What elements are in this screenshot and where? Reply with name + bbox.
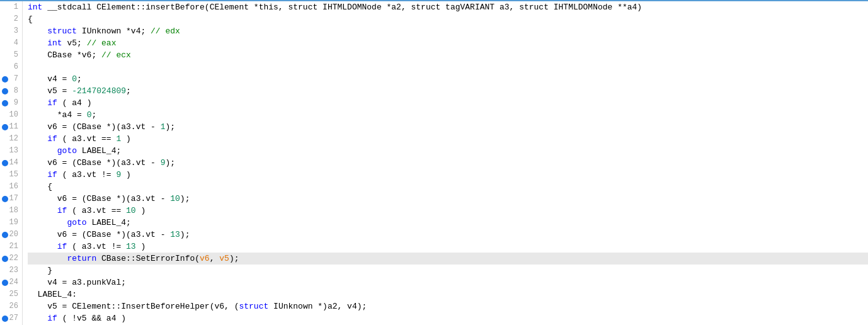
line-number: 4 bbox=[8, 37, 22, 49]
breakpoint-dot[interactable] bbox=[2, 196, 8, 202]
code-line: if ( a3.vt == 1 ) bbox=[28, 133, 868, 145]
token-plain: v4 = bbox=[28, 73, 72, 85]
line-number: 10 bbox=[8, 109, 22, 121]
line-number: 5 bbox=[8, 49, 22, 61]
breakpoint-dot[interactable] bbox=[2, 124, 8, 130]
gutter-row: 1 bbox=[0, 1, 22, 13]
gutter-row: 16 bbox=[0, 181, 22, 193]
token-plain bbox=[28, 253, 67, 265]
code-line: v4 = a3.punkVal; bbox=[28, 277, 868, 288]
gutter-row: 26 bbox=[0, 300, 22, 312]
gutter-row: 3 bbox=[0, 25, 22, 37]
code-line: goto LABEL_4; bbox=[28, 217, 868, 229]
token-kw: return bbox=[67, 253, 96, 265]
token-plain: ); bbox=[165, 121, 175, 133]
breakpoint-dot[interactable] bbox=[2, 76, 8, 83]
token-plain: ; bbox=[77, 73, 82, 85]
line-number: 21 bbox=[8, 241, 22, 253]
token-num: -2147024809 bbox=[72, 85, 126, 97]
token-plain: ); bbox=[180, 193, 190, 205]
code-line: v5 = CElement::InsertBeforeHelper(v6, (s… bbox=[28, 300, 868, 312]
token-kw: int bbox=[47, 37, 62, 49]
token-plain: ) bbox=[136, 205, 146, 217]
line-number: 6 bbox=[8, 61, 22, 73]
gutter-row: 8 bbox=[0, 85, 22, 97]
line-number: 27 bbox=[8, 312, 22, 324]
line-number: 14 bbox=[8, 157, 22, 169]
code-line: if ( a3.vt != 9 ) bbox=[28, 169, 868, 181]
line-number: 26 bbox=[8, 300, 22, 312]
code-line: int v5; // eax bbox=[28, 37, 868, 49]
code-line: struct IUnknown *v4; // edx bbox=[28, 25, 868, 37]
token-plain bbox=[28, 25, 47, 37]
code-area: 1234567891011121314151617181920212223242… bbox=[0, 1, 868, 325]
code-line bbox=[28, 61, 868, 73]
token-comment: // edx bbox=[151, 25, 180, 37]
code-line: v4 = 0; bbox=[28, 73, 868, 85]
token-kw: goto bbox=[67, 217, 86, 229]
token-plain: { bbox=[28, 13, 33, 25]
token-plain: CBase *v6; bbox=[28, 49, 101, 61]
gutter-row: 12 bbox=[0, 133, 22, 145]
code-line: { bbox=[28, 13, 868, 25]
token-kw: if bbox=[47, 312, 57, 324]
breakpoint-dot[interactable] bbox=[2, 88, 8, 94]
line-number: 1 bbox=[8, 1, 22, 13]
token-comment: // eax bbox=[87, 37, 117, 49]
token-plain bbox=[28, 37, 47, 49]
gutter-row: 18 bbox=[0, 205, 22, 217]
gutter-row: 13 bbox=[0, 145, 22, 157]
gutter-row: 15 bbox=[0, 169, 22, 181]
breakpoint-dot[interactable] bbox=[2, 316, 8, 322]
line-number: 23 bbox=[8, 265, 22, 277]
token-plain: v6 = (CBase *)(a3.vt - bbox=[28, 157, 161, 169]
token-plain: __stdcall CElement::insertBefore(CElemen… bbox=[42, 1, 642, 13]
line-number: 20 bbox=[8, 229, 22, 241]
token-plain bbox=[28, 205, 57, 217]
breakpoint-dot[interactable] bbox=[2, 256, 8, 262]
token-plain: ; bbox=[126, 85, 131, 97]
token-kw: struct bbox=[239, 300, 268, 312]
token-kw: if bbox=[57, 241, 67, 253]
line-number: 8 bbox=[8, 85, 22, 97]
token-plain bbox=[28, 133, 47, 145]
code-content[interactable]: int __stdcall CElement::insertBefore(CEl… bbox=[23, 1, 868, 325]
token-num: 0 bbox=[87, 109, 92, 121]
breakpoint-dot[interactable] bbox=[2, 232, 8, 238]
token-plain: } bbox=[28, 265, 52, 277]
token-plain bbox=[28, 97, 47, 109]
token-plain bbox=[28, 169, 47, 181]
token-plain: ) bbox=[121, 133, 131, 145]
token-plain: *a4 = bbox=[28, 109, 87, 121]
line-number: 15 bbox=[8, 169, 22, 181]
token-plain: ( a3.vt == bbox=[57, 133, 117, 145]
line-number: 25 bbox=[8, 288, 22, 300]
breakpoint-dot[interactable] bbox=[2, 280, 8, 286]
token-plain: ); bbox=[165, 157, 175, 169]
token-kw: if bbox=[47, 133, 57, 145]
token-plain: LABEL_4: bbox=[28, 288, 77, 300]
token-plain: ) bbox=[121, 169, 131, 181]
token-comment: // ecx bbox=[101, 49, 131, 61]
line-number: 18 bbox=[8, 205, 22, 217]
token-plain: ); bbox=[180, 229, 190, 241]
line-gutter: 1234567891011121314151617181920212223242… bbox=[0, 1, 23, 325]
token-plain: LABEL_4; bbox=[77, 145, 121, 157]
token-plain bbox=[28, 145, 57, 157]
code-line: } bbox=[28, 265, 868, 277]
token-plain: v6 = (CBase *)(a3.vt - bbox=[28, 229, 170, 241]
code-line: goto LABEL_4; bbox=[28, 145, 868, 157]
token-plain: ( !v5 && a4 ) bbox=[57, 312, 126, 324]
breakpoint-dot[interactable] bbox=[2, 160, 8, 166]
breakpoint-dot[interactable] bbox=[2, 100, 8, 106]
gutter-row: 19 bbox=[0, 217, 22, 229]
code-line: LABEL_4: bbox=[28, 288, 868, 300]
token-plain: ( a4 ) bbox=[57, 97, 92, 109]
token-kw: if bbox=[57, 205, 67, 217]
code-line: return CBase::SetErrorInfo(v6, v5); bbox=[28, 253, 868, 265]
code-line: v6 = (CBase *)(a3.vt - 10); bbox=[28, 193, 868, 205]
gutter-row: 24 bbox=[0, 277, 22, 288]
line-number: 3 bbox=[8, 25, 22, 37]
token-orange: v5 bbox=[219, 253, 229, 265]
gutter-row: 9 bbox=[0, 97, 22, 109]
